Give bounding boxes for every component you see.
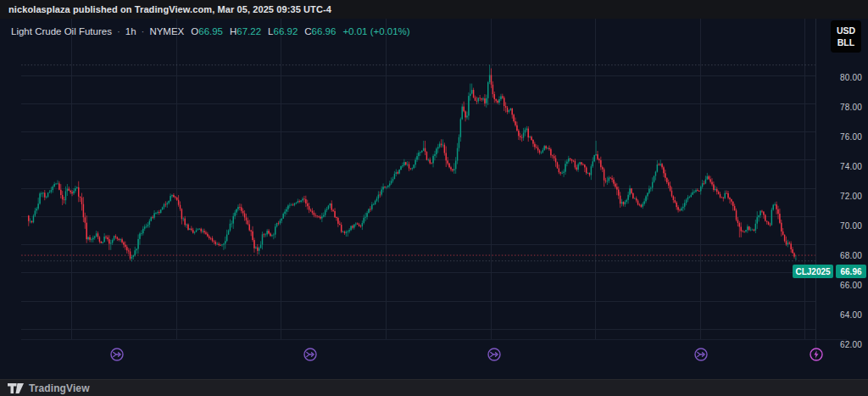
price-axis-label: 70.00 <box>840 221 862 231</box>
price-axis-label: 74.00 <box>840 162 862 171</box>
event-icon-contract-rollover[interactable] <box>109 347 125 362</box>
unit-button[interactable]: BLL <box>837 38 854 47</box>
tradingview-snapshot: { "attribution": "nickolasplaza publishe… <box>0 0 868 396</box>
legend-separator: · <box>142 26 145 36</box>
snapshot-header: nickolasplaza published on TradingView.c… <box>0 0 868 19</box>
price-axis-label: 80.00 <box>840 73 862 82</box>
event-icon-contract-rollover[interactable] <box>487 347 502 362</box>
event-icon-flash[interactable] <box>809 347 824 362</box>
price-change: +0.01 (+0.01%) <box>342 26 409 36</box>
price-axis-label: 76.00 <box>840 132 862 142</box>
chart-legend[interactable]: Light Crude Oil Futures · 1h · NYMEX O66… <box>11 25 410 38</box>
last-price-badge: 66.96 <box>836 265 866 278</box>
chart-pane[interactable] <box>0 19 868 379</box>
legend-separator: · <box>117 26 120 36</box>
ohlc-high: H67.22 <box>230 26 261 36</box>
price-axis[interactable]: 66.96 80.0078.0076.0074.0072.0070.0068.0… <box>835 19 868 379</box>
ohlc-open: O66.95 <box>191 26 223 36</box>
ohlc-close: C66.96 <box>304 26 336 36</box>
price-axis-label: 72.00 <box>840 192 862 201</box>
currency-unit-box[interactable]: USD BLL <box>831 20 861 53</box>
tradingview-logo-icon[interactable] <box>8 383 24 393</box>
symbol-title[interactable]: Light Crude Oil Futures <box>11 26 112 36</box>
interval-label[interactable]: 1h <box>125 26 136 36</box>
price-axis-label: 62.00 <box>840 340 862 349</box>
price-axis-label: 64.00 <box>840 310 862 320</box>
price-axis-label: 68.00 <box>840 251 862 260</box>
price-axis-label: 66.00 <box>840 281 862 290</box>
tradingview-brand[interactable]: TradingView <box>29 382 90 394</box>
symbol-price-badge: CLJ2025 <box>793 265 833 278</box>
event-icon-contract-rollover[interactable] <box>693 347 709 362</box>
price-axis-label: 78.00 <box>840 103 862 112</box>
event-icon-contract-rollover[interactable] <box>303 347 318 362</box>
exchange-label: NYMEX <box>149 26 184 36</box>
event-markers-row <box>0 358 868 375</box>
currency-button[interactable]: USD <box>837 26 855 36</box>
attribution-text: nickolasplaza published on TradingView.c… <box>8 0 331 19</box>
chart-canvas[interactable] <box>0 19 868 379</box>
ohlc-low: L66.92 <box>268 26 298 36</box>
footer-bar: TradingView <box>0 379 868 396</box>
